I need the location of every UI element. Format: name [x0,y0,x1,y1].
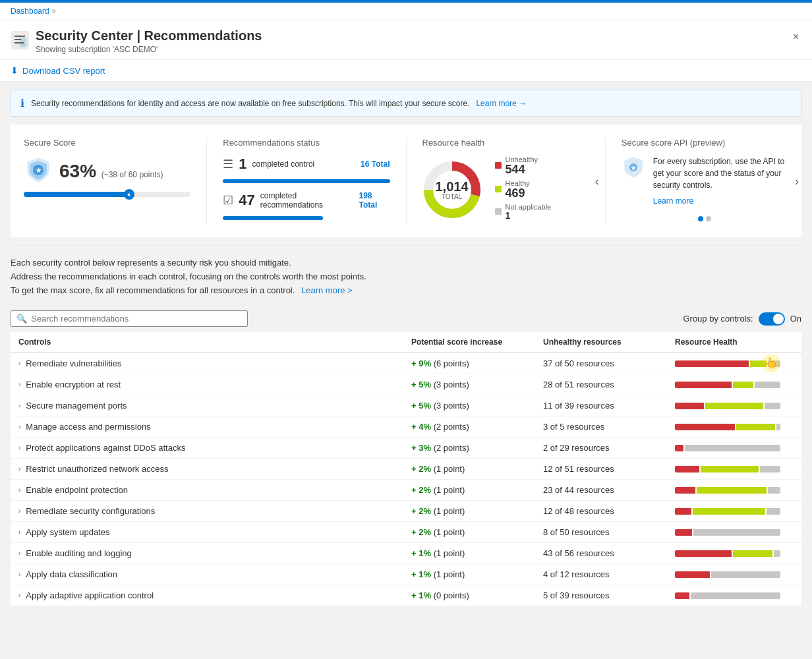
header-left: Security Center | Recommendations Showin… [11,28,262,54]
row-health-4 [675,445,794,451]
col-controls: Controls [18,337,411,347]
expand-icon-7[interactable]: › [18,507,20,515]
score-points-5: (1 point) [434,464,465,474]
expand-icon-4[interactable]: › [18,444,20,451]
table-row[interactable]: › Secure management ports + 5% (3 points… [11,395,801,416]
search-input[interactable] [31,314,242,324]
table-row[interactable]: › Manage access and permissions + 4% (2 … [11,416,801,438]
bar-gray-1 [755,382,780,388]
table-row[interactable]: › Enable endpoint protection + 2% (1 poi… [11,480,801,501]
expand-icon-3[interactable]: › [18,423,20,430]
row-health-0: 👆 [675,360,794,367]
group-by-toggle[interactable] [759,312,785,326]
bar-red-5 [675,466,699,473]
row-score-3: + 4% (2 points) [411,422,543,432]
score-points-10: (1 point) [434,569,465,579]
description-section: Each security control below represents a… [11,246,801,302]
health-bar-1 [675,382,780,388]
toolbar: ⬇ Download CSV report [0,60,812,82]
row-label-3: Manage access and permissions [26,422,150,432]
unhealthy-info: Unhealthy 544 [506,156,538,175]
score-bar-marker: ★ [124,189,134,200]
score-points-3: (2 points) [434,422,469,432]
secure-score-icon: ★ [24,156,53,186]
secure-score-block: Secure Score ★ 63% (~38 of 60 points) ★ [24,138,207,224]
carousel-next-button[interactable]: › [795,174,799,188]
carousel-dot-1[interactable] [698,216,703,221]
expand-icon-0[interactable]: › [18,360,20,367]
row-score-7: + 2% (1 point) [411,506,543,516]
row-name-4: › Protect applications against DDoS atta… [18,443,411,453]
controls-count: 1 [239,156,246,173]
score-bold-3: + 4% [411,422,431,432]
bar-red-8 [675,529,692,536]
score-bar: ★ [24,192,190,197]
info-banner-learn-more[interactable]: Learn more → [476,99,527,108]
expand-icon-8[interactable]: › [18,529,20,536]
score-points-2: (3 points) [434,401,469,411]
table-row[interactable]: › Apply system updates + 2% (1 point) 8 … [11,522,801,543]
score-points-0: (6 points) [434,358,469,368]
col-score: Potential score increase [411,337,543,347]
carousel-dot-2[interactable] [706,216,711,221]
expand-icon-11[interactable]: › [18,592,20,599]
expand-icon-6[interactable]: › [18,486,20,494]
search-box[interactable]: 🔍 [11,310,248,327]
svg-text:★: ★ [631,165,637,171]
row-label-1: Enable encryption at rest [26,380,121,389]
table-row[interactable]: › Remediate security configurations + 2%… [11,501,801,522]
row-unhealthy-0: 37 of 50 resources [543,358,675,368]
table-row[interactable]: › Restrict unauthorized network access +… [11,459,801,480]
expand-icon-1[interactable]: › [18,381,20,388]
score-bold-6: + 2% [411,485,431,495]
row-health-1 [675,382,794,388]
page-header: Security Center | Recommendations Showin… [0,20,812,60]
health-bar-3 [675,424,780,430]
score-value: 63% (~38 of 60 points) [59,161,163,182]
row-name-8: › Apply system updates [18,527,411,537]
expand-icon-9[interactable]: › [18,550,20,557]
close-button[interactable]: × [790,28,801,45]
expand-icon-10[interactable]: › [18,571,20,578]
header-text: Security Center | Recommendations Showin… [36,28,262,54]
bar-red-4 [675,445,683,451]
info-icon: ℹ [20,97,24,109]
breadcrumb-dashboard[interactable]: Dashboard [11,7,49,16]
api-content: ★ For every subscription, use the API to… [622,156,788,206]
na-info: Not applicable 1 [506,203,552,220]
row-unhealthy-6: 23 of 44 resources [543,485,675,495]
breadcrumb: Dashboard > [0,3,812,20]
bar-green-2 [705,403,763,409]
row-unhealthy-4: 2 of 29 resources [543,443,675,453]
download-csv-button[interactable]: Download CSV report [22,66,105,76]
expand-icon-5[interactable]: › [18,465,20,473]
controls-icon: ☰ [223,157,233,171]
carousel-prev-button[interactable]: ‹ [595,174,599,188]
recommendations-status-block: Recommendations status ☰ 1 completed con… [207,138,406,224]
score-points-4: (2 points) [434,443,469,453]
bar-gray-7 [767,508,780,515]
svg-rect-4 [20,38,26,47]
row-health-11 [675,592,794,599]
row-name-1: › Enable encryption at rest [18,380,411,389]
table-row[interactable]: › Apply adaptive application control + 1… [11,585,801,606]
row-health-6 [675,487,794,494]
desc-learn-more[interactable]: Learn more > [301,285,353,295]
donut-label: TOTAL [435,193,468,200]
table-row[interactable]: › Protect applications against DDoS atta… [11,438,801,459]
row-health-7 [675,508,794,515]
api-learn-more[interactable]: Learn more [653,196,788,206]
controls-label: completed control [252,159,315,169]
na-legend: Not applicable 1 [495,203,552,220]
table-row[interactable]: › Remediate vulnerabilities + 9% (6 poin… [11,353,801,374]
row-health-2 [675,403,794,409]
row-health-5 [675,466,794,473]
health-bar-11 [675,592,780,599]
table-row[interactable]: › Enable encryption at rest + 5% (3 poin… [11,374,801,395]
table-row[interactable]: › Apply data classification + 1% (1 poin… [11,564,801,585]
score-percent: 63% [59,161,96,181]
expand-icon-2[interactable]: › [18,402,20,409]
table-row[interactable]: › Enable auditing and logging + 1% (1 po… [11,543,801,564]
recs-progress-bar [223,216,323,220]
bar-red-1 [675,382,732,388]
